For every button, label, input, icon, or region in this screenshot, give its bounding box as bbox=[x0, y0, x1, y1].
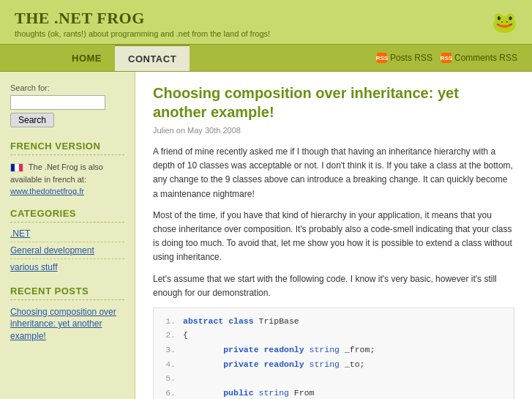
code-block: 1. abstract class TripBase 2. { 3. priva… bbox=[153, 307, 514, 399]
french-version-content: The .Net Frog is also available in frenc… bbox=[10, 161, 124, 198]
main-layout: Search for: Search FRENCH VERSION The .N… bbox=[0, 72, 532, 399]
nav-home[interactable]: HOME bbox=[59, 45, 115, 71]
site-title: THE .NET FROG bbox=[15, 9, 484, 28]
content-area: Choosing composition over inheritance: y… bbox=[135, 72, 532, 399]
french-version-title: FRENCH VERSION bbox=[10, 141, 124, 155]
nav-contact[interactable]: CONTACT bbox=[115, 45, 190, 71]
search-widget: Search for: Search bbox=[10, 83, 124, 127]
recent-post-1[interactable]: Choosing composition over inheritance: y… bbox=[10, 306, 124, 343]
post-title: Choosing composition over inheritance: y… bbox=[153, 83, 514, 122]
site-header: THE .NET FROG thoughts (ok, rants!) abou… bbox=[0, 0, 532, 44]
line-num: 1. bbox=[162, 314, 176, 329]
rss-icon-comments: RSS bbox=[441, 53, 452, 63]
line-num: 3. bbox=[162, 343, 176, 357]
recent-posts-title: RECENT POSTS bbox=[10, 286, 124, 300]
frog-icon: 🐸 bbox=[492, 10, 517, 34]
line-num: 2. bbox=[162, 328, 176, 343]
navbar: HOME CONTACT RSS Posts RSS RSS Comments … bbox=[0, 44, 532, 72]
line-num: 4. bbox=[162, 357, 176, 372]
code-line-1: 1. abstract class TripBase bbox=[162, 314, 505, 329]
code-line-5: 5. bbox=[162, 371, 505, 386]
site-subtitle: thoughts (ok, rants!) about programming … bbox=[15, 29, 484, 38]
posts-rss-label: Posts RSS bbox=[390, 53, 432, 63]
category-general-dev[interactable]: General development bbox=[10, 245, 124, 259]
code-line-4: 4. private readonly string _to; bbox=[162, 357, 505, 372]
categories-title: CATEGORIES bbox=[10, 208, 124, 223]
code-line-2: 2. { bbox=[162, 328, 505, 343]
comments-rss-label: Comments RSS bbox=[454, 53, 517, 63]
search-label: Search for: bbox=[10, 83, 124, 92]
header-title-area: THE .NET FROG thoughts (ok, rants!) abou… bbox=[15, 9, 484, 38]
line-num: 5. bbox=[162, 371, 176, 386]
search-input[interactable] bbox=[10, 95, 105, 110]
rss-icon-posts: RSS bbox=[377, 53, 387, 63]
post-meta: Julien on May 30th 2008 bbox=[153, 126, 514, 135]
category-net[interactable]: .NET bbox=[10, 228, 124, 242]
rss-links: RSS Posts RSS RSS Comments RSS bbox=[377, 45, 532, 71]
french-flag-icon bbox=[10, 163, 23, 172]
search-button[interactable]: Search bbox=[10, 113, 54, 127]
french-website-link[interactable]: www.thedotnetfrog.fr bbox=[10, 187, 84, 195]
code-line-6: 6. public string From bbox=[162, 386, 505, 399]
post-paragraph-3: Let's assume that we start with the foll… bbox=[153, 272, 514, 300]
posts-rss-link[interactable]: RSS Posts RSS bbox=[377, 53, 432, 63]
comments-rss-link[interactable]: RSS Comments RSS bbox=[441, 53, 517, 63]
sidebar: Search for: Search FRENCH VERSION The .N… bbox=[0, 72, 135, 399]
category-various[interactable]: various stuff bbox=[10, 262, 124, 275]
post-paragraph-1: A friend of mine recently asked me if I … bbox=[153, 145, 514, 201]
french-text: The .Net Frog is also available in frenc… bbox=[10, 163, 103, 184]
line-num: 6. bbox=[162, 386, 176, 399]
code-line-3: 3. private readonly string _from; bbox=[162, 343, 505, 357]
post-paragraph-2: Most of the time, if you have that kind … bbox=[153, 209, 514, 265]
